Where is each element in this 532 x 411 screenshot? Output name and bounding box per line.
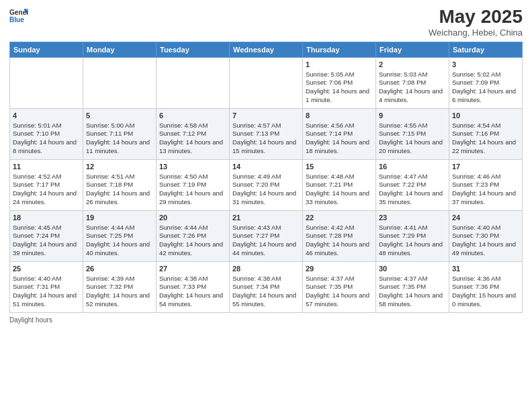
cell-content: Sunrise: 4:47 AM bbox=[379, 173, 446, 181]
cell-content: Sunrise: 4:48 AM bbox=[306, 173, 373, 181]
cell-content: Daylight: 14 hours and 42 minutes. bbox=[159, 240, 226, 258]
cell-content: Daylight: 14 hours and 35 minutes. bbox=[379, 189, 446, 207]
cell-content: Sunrise: 4:45 AM bbox=[13, 224, 80, 232]
day-number: 6 bbox=[159, 111, 226, 121]
cell-content: Sunset: 7:35 PM bbox=[306, 283, 373, 291]
day-number: 23 bbox=[379, 213, 446, 223]
cell-content: Sunrise: 5:01 AM bbox=[13, 122, 80, 130]
day-header-thursday: Thursday bbox=[303, 42, 376, 57]
calendar-cell: 7Sunrise: 4:57 AMSunset: 7:13 PMDaylight… bbox=[230, 108, 303, 159]
calendar-cell: 3Sunrise: 5:02 AMSunset: 7:09 PMDaylight… bbox=[449, 57, 523, 108]
cell-content: Daylight: 14 hours and 39 minutes. bbox=[13, 240, 80, 258]
cell-content: Sunrise: 4:38 AM bbox=[232, 275, 300, 283]
day-number: 5 bbox=[86, 111, 153, 121]
day-header-sunday: Sunday bbox=[10, 42, 83, 57]
header: General Blue May 2025 Weichang, Hebei, C… bbox=[9, 7, 523, 38]
cell-content: Sunset: 7:09 PM bbox=[452, 79, 519, 87]
cell-content: Daylight: 14 hours and 31 minutes. bbox=[232, 189, 300, 207]
day-number: 30 bbox=[379, 264, 446, 274]
cell-content: Daylight: 15 hours and 0 minutes. bbox=[452, 291, 519, 309]
cell-content: Sunset: 7:35 PM bbox=[379, 283, 446, 291]
cell-content: Sunset: 7:28 PM bbox=[306, 232, 373, 240]
day-number: 22 bbox=[306, 213, 373, 223]
day-number: 19 bbox=[86, 213, 153, 223]
cell-content: Sunrise: 4:37 AM bbox=[379, 275, 446, 283]
calendar-cell: 18Sunrise: 4:45 AMSunset: 7:24 PMDayligh… bbox=[10, 210, 83, 261]
day-number: 28 bbox=[232, 264, 300, 274]
cell-content: Sunset: 7:29 PM bbox=[379, 232, 446, 240]
calendar-cell: 15Sunrise: 4:48 AMSunset: 7:21 PMDayligh… bbox=[303, 159, 376, 210]
calendar-cell: 5Sunrise: 5:00 AMSunset: 7:11 PMDaylight… bbox=[83, 108, 157, 159]
cell-content: Sunset: 7:34 PM bbox=[232, 283, 300, 291]
cell-content: Daylight: 14 hours and 51 minutes. bbox=[13, 291, 80, 309]
cell-content: Sunset: 7:30 PM bbox=[452, 232, 519, 240]
calendar-cell: 20Sunrise: 4:44 AMSunset: 7:26 PMDayligh… bbox=[157, 210, 230, 261]
cell-content: Sunrise: 4:44 AM bbox=[159, 224, 226, 232]
cell-content: Sunset: 7:08 PM bbox=[379, 79, 446, 87]
day-number: 27 bbox=[159, 264, 226, 274]
calendar-cell: 16Sunrise: 4:47 AMSunset: 7:22 PMDayligh… bbox=[376, 159, 449, 210]
cell-content: Daylight: 14 hours and 40 minutes. bbox=[86, 240, 153, 258]
day-header-friday: Friday bbox=[376, 42, 449, 57]
cell-content: Sunrise: 4:52 AM bbox=[13, 173, 80, 181]
calendar-cell: 26Sunrise: 4:39 AMSunset: 7:32 PMDayligh… bbox=[83, 261, 157, 312]
cell-content: Daylight: 14 hours and 8 minutes. bbox=[13, 138, 80, 156]
calendar-cell: 19Sunrise: 4:44 AMSunset: 7:25 PMDayligh… bbox=[83, 210, 157, 261]
cell-content: Sunrise: 4:55 AM bbox=[379, 122, 446, 130]
title-block: May 2025 Weichang, Hebei, China bbox=[429, 7, 523, 38]
day-number: 24 bbox=[452, 213, 519, 223]
cell-content: Sunset: 7:22 PM bbox=[379, 181, 446, 189]
cell-content: Sunset: 7:20 PM bbox=[232, 181, 300, 189]
calendar-cell: 4Sunrise: 5:01 AMSunset: 7:10 PMDaylight… bbox=[10, 108, 83, 159]
cell-content: Sunrise: 4:58 AM bbox=[159, 122, 226, 130]
calendar-table: SundayMondayTuesdayWednesdayThursdayFrid… bbox=[9, 42, 523, 313]
day-number: 2 bbox=[379, 60, 446, 70]
day-number: 16 bbox=[379, 162, 446, 172]
cell-content: Sunrise: 4:40 AM bbox=[13, 275, 80, 283]
cell-content: Sunrise: 4:46 AM bbox=[452, 173, 519, 181]
cell-content: Daylight: 14 hours and 26 minutes. bbox=[86, 189, 153, 207]
cell-content: Sunrise: 4:44 AM bbox=[86, 224, 153, 232]
cell-content: Sunrise: 5:02 AM bbox=[452, 71, 519, 79]
month-title: May 2025 bbox=[429, 7, 523, 28]
daylight-hours-label: Daylight hours bbox=[9, 316, 52, 324]
cell-content: Sunset: 7:13 PM bbox=[232, 130, 300, 138]
week-row-5: 25Sunrise: 4:40 AMSunset: 7:31 PMDayligh… bbox=[10, 261, 523, 312]
cell-content: Sunrise: 4:38 AM bbox=[159, 275, 226, 283]
day-number: 31 bbox=[452, 264, 519, 274]
cell-content: Daylight: 14 hours and 44 minutes. bbox=[232, 240, 300, 258]
cell-content: Sunrise: 4:54 AM bbox=[452, 122, 519, 130]
day-number: 10 bbox=[452, 111, 519, 121]
cell-content: Daylight: 14 hours and 48 minutes. bbox=[379, 240, 446, 258]
calendar-cell bbox=[83, 57, 157, 108]
calendar-cell: 24Sunrise: 4:40 AMSunset: 7:30 PMDayligh… bbox=[449, 210, 523, 261]
calendar-cell: 2Sunrise: 5:03 AMSunset: 7:08 PMDaylight… bbox=[376, 57, 449, 108]
cell-content: Sunset: 7:32 PM bbox=[86, 283, 153, 291]
day-number: 1 bbox=[306, 60, 373, 70]
day-number: 3 bbox=[452, 60, 519, 70]
footer-note: Daylight hours bbox=[9, 316, 523, 324]
day-number: 4 bbox=[13, 111, 80, 121]
calendar-cell: 29Sunrise: 4:37 AMSunset: 7:35 PMDayligh… bbox=[303, 261, 376, 312]
cell-content: Daylight: 14 hours and 29 minutes. bbox=[159, 189, 226, 207]
cell-content: Daylight: 14 hours and 1 minute. bbox=[306, 87, 373, 105]
cell-content: Sunrise: 4:50 AM bbox=[159, 173, 226, 181]
day-number: 29 bbox=[306, 264, 373, 274]
calendar-cell: 31Sunrise: 4:36 AMSunset: 7:36 PMDayligh… bbox=[449, 261, 523, 312]
day-number: 13 bbox=[159, 162, 226, 172]
day-number: 11 bbox=[13, 162, 80, 172]
calendar-cell bbox=[10, 57, 83, 108]
calendar-cell: 8Sunrise: 4:56 AMSunset: 7:14 PMDaylight… bbox=[303, 108, 376, 159]
cell-content: Sunrise: 4:57 AM bbox=[232, 122, 300, 130]
day-number: 9 bbox=[379, 111, 446, 121]
cell-content: Sunset: 7:33 PM bbox=[159, 283, 226, 291]
cell-content: Sunrise: 4:41 AM bbox=[379, 224, 446, 232]
calendar-cell bbox=[157, 57, 230, 108]
cell-content: Daylight: 14 hours and 33 minutes. bbox=[306, 189, 373, 207]
calendar-cell: 13Sunrise: 4:50 AMSunset: 7:19 PMDayligh… bbox=[157, 159, 230, 210]
cell-content: Daylight: 14 hours and 4 minutes. bbox=[379, 87, 446, 105]
cell-content: Sunset: 7:36 PM bbox=[452, 283, 519, 291]
logo: General Blue bbox=[9, 7, 28, 26]
calendar-cell: 23Sunrise: 4:41 AMSunset: 7:29 PMDayligh… bbox=[376, 210, 449, 261]
cell-content: Sunset: 7:06 PM bbox=[306, 79, 373, 87]
